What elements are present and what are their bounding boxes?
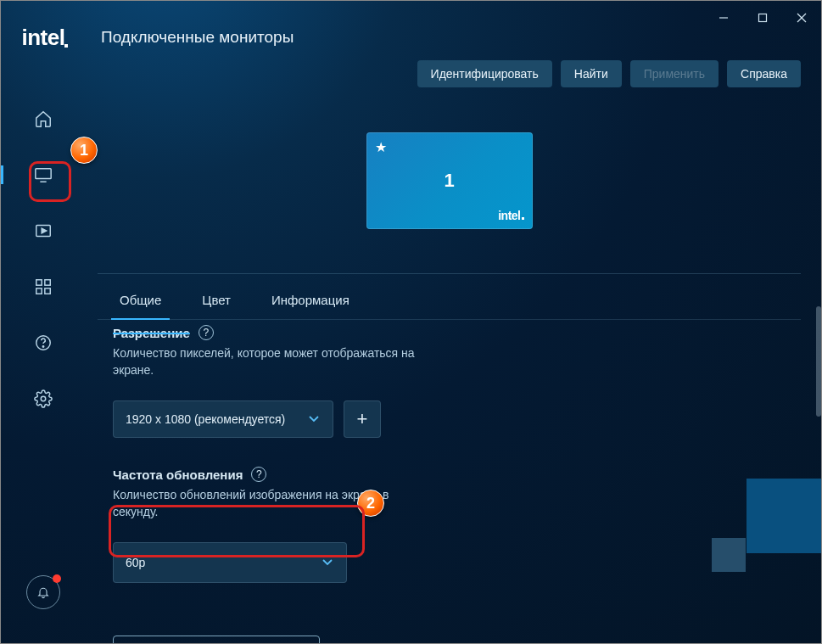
nav-grid[interactable] xyxy=(26,270,60,304)
annotation-badge-1: 1 xyxy=(70,137,98,164)
maximize-button[interactable] xyxy=(743,5,782,31)
apply-button: Применить xyxy=(630,60,719,87)
svg-point-14 xyxy=(41,396,46,401)
titlebar xyxy=(704,1,821,35)
brand-logo: intel xyxy=(22,25,65,51)
svg-rect-1 xyxy=(759,14,767,22)
help-icon[interactable]: ? xyxy=(251,467,266,482)
svg-point-13 xyxy=(42,346,43,347)
svg-rect-4 xyxy=(36,169,51,179)
tab-general[interactable]: Общие xyxy=(115,281,166,319)
svg-rect-10 xyxy=(36,288,42,294)
svg-rect-9 xyxy=(45,280,50,285)
add-resolution-button[interactable]: + xyxy=(344,400,381,438)
nav-home[interactable] xyxy=(26,102,60,136)
sidebar: intel xyxy=(1,1,86,643)
nav-help[interactable] xyxy=(26,326,60,360)
scrollbar[interactable] xyxy=(816,306,821,417)
help-button[interactable]: Справка xyxy=(727,60,801,87)
svg-marker-7 xyxy=(42,228,47,233)
notifications-button[interactable] xyxy=(26,575,60,609)
monitor-brand: intel xyxy=(498,209,523,222)
refresh-description: Количество обновлений изображения на экр… xyxy=(113,487,435,520)
help-icon[interactable]: ? xyxy=(199,325,214,340)
refresh-title: Частота обновления xyxy=(113,468,243,482)
find-button[interactable]: Найти xyxy=(561,60,622,87)
decorative-square xyxy=(747,479,821,553)
identify-button[interactable]: Идентифицировать xyxy=(417,60,552,87)
page-title: Подключенные мониторы xyxy=(101,28,801,47)
monitor-tile-1[interactable]: ★ 1 intel xyxy=(366,132,533,229)
nav-settings[interactable] xyxy=(26,382,60,416)
nav-video[interactable] xyxy=(26,214,60,248)
tab-content: Разрешение ? Количество пикселей, которо… xyxy=(98,320,801,643)
toolbar: Идентифицировать Найти Применить Справка xyxy=(98,60,801,87)
monitor-preview-area: ★ 1 intel xyxy=(98,96,801,274)
annotation-badge-2: 2 xyxy=(357,490,384,517)
resolution-title: Разрешение xyxy=(113,326,190,340)
close-button[interactable] xyxy=(782,5,821,31)
minimize-button[interactable] xyxy=(704,5,743,31)
resolution-select[interactable]: 1920 x 1080 (рекомендуется) xyxy=(113,400,333,438)
notification-dot xyxy=(53,574,61,583)
monitor-number: 1 xyxy=(444,170,454,192)
resolution-description: Количество пикселей, которое может отобр… xyxy=(113,345,435,378)
tab-color[interactable]: Цвет xyxy=(197,281,236,319)
nav-display[interactable] xyxy=(26,158,60,192)
main-content: Подключенные мониторы Идентифицировать Н… xyxy=(86,1,821,643)
chevron-down-icon xyxy=(307,412,321,428)
refresh-select[interactable]: 60p xyxy=(113,542,347,583)
open-system-settings-button[interactable]: Открыть настройки системы xyxy=(113,636,320,643)
tabs: Общие Цвет Информация xyxy=(98,281,801,320)
tab-info[interactable]: Информация xyxy=(266,281,355,319)
resolution-value: 1920 x 1080 (рекомендуется) xyxy=(126,412,285,426)
star-icon: ★ xyxy=(375,139,387,155)
decorative-square xyxy=(712,538,746,572)
chevron-down-icon xyxy=(321,555,334,571)
svg-rect-11 xyxy=(45,288,50,294)
svg-rect-8 xyxy=(36,280,42,285)
refresh-value: 60p xyxy=(126,556,145,569)
